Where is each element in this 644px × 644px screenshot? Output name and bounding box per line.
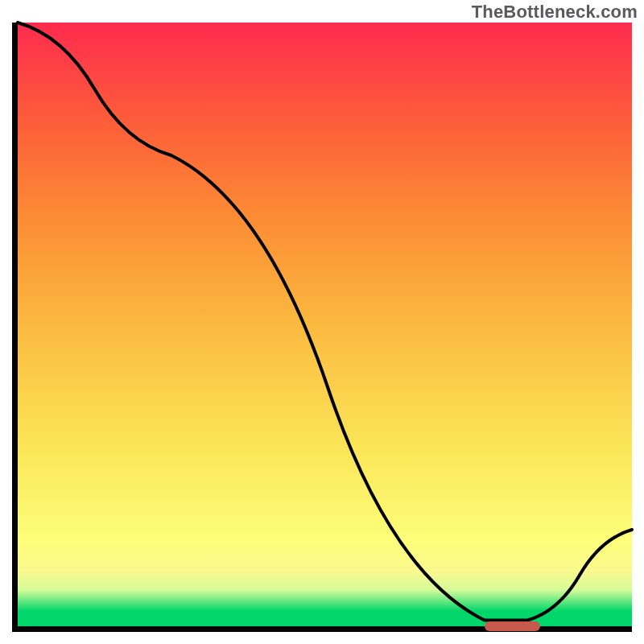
optimal-marker xyxy=(485,621,540,631)
bottleneck-curve xyxy=(18,23,632,626)
plot-area xyxy=(12,23,632,632)
watermark-text: TheBottleneck.com xyxy=(472,2,638,23)
chart-wrapper: TheBottleneck.com xyxy=(0,0,644,644)
